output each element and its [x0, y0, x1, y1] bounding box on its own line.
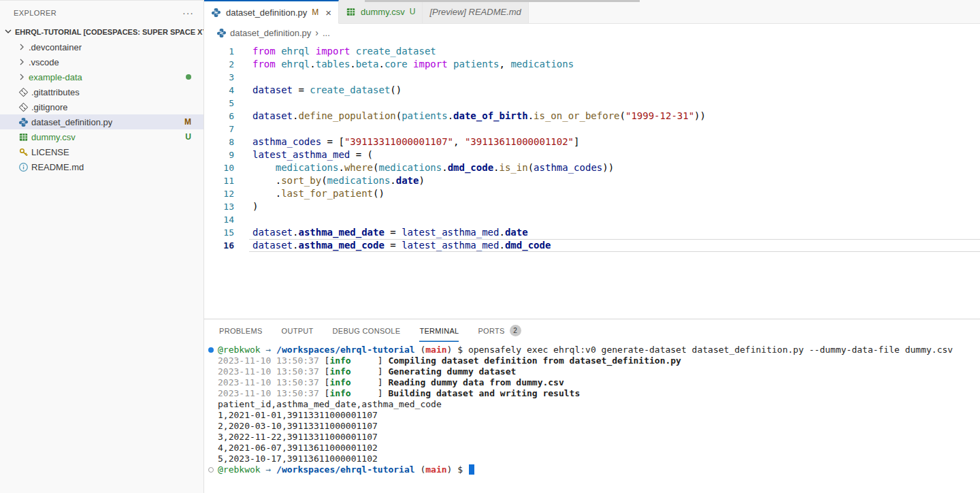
file-label: .vscode: [29, 57, 59, 67]
chevron-right-icon: ›: [315, 27, 318, 38]
editor-tabbar: dataset_definition.pyM×dummy.csvU[Previe…: [204, 0, 980, 24]
tab-label: dataset_definition.py: [226, 7, 307, 18]
tab-dummy-csv[interactable]: dummy.csvU: [339, 0, 423, 24]
sidebar-item-dummy-csv[interactable]: dummy.csvU: [0, 129, 203, 144]
code-line-12: 12 .last_for_patient(): [204, 187, 980, 200]
git-changes-dot-badge: [186, 74, 191, 80]
code-line-1: 1from ehrql import create_dataset: [204, 45, 980, 58]
sidebar-item--vscode[interactable]: .vscode: [0, 54, 203, 69]
line-number: 16: [204, 239, 238, 252]
terminal-line: 2023-11-10 13:50:37 [info ] Generating d…: [204, 366, 980, 377]
code-line-14: 14: [204, 213, 980, 226]
license-icon: [18, 146, 29, 157]
panel-tabbar: PROBLEMSOUTPUTDEBUG CONSOLETERMINALPORTS…: [204, 319, 980, 342]
panel-tab-label: PORTS: [478, 327, 504, 335]
editor-region: dataset_definition.pyM×dummy.csvU[Previe…: [204, 0, 980, 319]
panel-tab-output[interactable]: OUTPUT: [282, 319, 314, 342]
code-text: dataset.asthma_med_code = latest_asthma_…: [238, 239, 551, 252]
more-actions-icon[interactable]: ···: [182, 7, 194, 18]
terminal-line: 5,2023-10-17,39113611000001102: [204, 454, 980, 464]
code-line-2: 2from ehrql.tables.beta.core import pati…: [204, 58, 980, 71]
terminal[interactable]: @rebkwok → /workspaces/ehrql-tutorial (m…: [204, 345, 980, 493]
terminal-line: patient_id,asthma_med_date,asthma_med_co…: [204, 399, 980, 410]
code-text: dataset = create_dataset(): [238, 84, 402, 97]
panel-tab-problems[interactable]: PROBLEMS: [219, 319, 263, 342]
code-line-7: 7: [204, 123, 980, 136]
breadcrumb-more[interactable]: ...: [323, 28, 330, 38]
code-text: from ehrql.tables.beta.core import patie…: [238, 58, 574, 71]
panel-tab-debug-console[interactable]: DEBUG CONSOLE: [333, 319, 401, 342]
code-text: from ehrql import create_dataset: [238, 45, 436, 58]
terminal-gutter: [208, 410, 218, 421]
code-editor[interactable]: 1from ehrql import create_dataset2from e…: [204, 42, 980, 252]
code-text: [238, 97, 252, 110]
workspace-root-row[interactable]: EHRQL-TUTORIAL [CODESPACES: SUPER SPACE …: [0, 25, 203, 39]
code-line-10: 10 medications.where(medications.dmd_cod…: [204, 161, 980, 174]
line-number: 1: [204, 45, 238, 58]
line-number: 12: [204, 187, 238, 200]
python-icon: [211, 7, 222, 18]
sidebar-item-example-data[interactable]: example-data: [0, 69, 203, 84]
panel-tab-terminal[interactable]: TERMINAL: [419, 319, 459, 342]
terminal-line: 2023-11-10 13:50:37 [info ] Building dat…: [204, 388, 980, 399]
sidebar-item--devcontainer[interactable]: .devcontainer: [0, 39, 203, 54]
line-number: 8: [204, 136, 238, 148]
terminal-line: @rebkwok → /workspaces/ehrql-tutorial (m…: [204, 464, 980, 475]
code-line-11: 11 .sort_by(medications.date): [204, 174, 980, 187]
file-label: .devcontainer: [29, 42, 82, 52]
terminal-gutter: [208, 454, 218, 464]
code-text: medications.where(medications.dmd_code.i…: [238, 161, 614, 174]
sidebar-item-dataset-definition-py[interactable]: dataset_definition.pyM: [0, 114, 203, 129]
code-text: [238, 123, 252, 136]
command-success-icon: [208, 345, 218, 355]
breadcrumb[interactable]: dataset_definition.py › ...: [204, 24, 980, 42]
tab--preview-readme-md[interactable]: [Preview] README.md: [423, 0, 528, 24]
command-pending-icon: [208, 464, 218, 475]
terminal-line: 1,2021-01-01,39113311000001107: [204, 410, 980, 421]
vscode-window: EXPLORER ··· EHRQL-TUTORIAL [CODESPACES:…: [0, 0, 980, 493]
git-status-badge: M: [184, 117, 191, 127]
tab-label: [Preview] README.md: [429, 7, 521, 17]
panel-tab-label: DEBUG CONSOLE: [333, 327, 401, 335]
code-line-8: 8asthma_codes = ["39113311000001107", "3…: [204, 136, 980, 148]
code-line-4: 4dataset = create_dataset(): [204, 84, 980, 97]
close-icon[interactable]: ×: [325, 7, 331, 18]
code-line-13: 13): [204, 200, 980, 213]
sidebar-item--gitattributes[interactable]: .gitattributes: [0, 84, 203, 99]
code-text: ): [238, 200, 258, 213]
code-text: .last_for_patient(): [238, 187, 385, 200]
git-status-badge: U: [185, 132, 191, 142]
code-text: dataset.asthma_med_date = latest_asthma_…: [238, 226, 528, 239]
sidebar-item-license[interactable]: LICENSE: [0, 144, 203, 159]
csv-icon: [18, 131, 29, 142]
line-number: 15: [204, 226, 238, 239]
code-line-5: 5: [204, 97, 980, 110]
explorer-title: EXPLORER: [14, 9, 56, 17]
chevron-right-icon: [16, 71, 27, 82]
terminal-line: 2,2020-03-10,39113311000001107: [204, 421, 980, 432]
terminal-line: 2023-11-10 13:50:37 [info ] Compiling da…: [204, 355, 980, 366]
tabbar-scrollbar[interactable]: [365, 0, 640, 2]
breadcrumb-file[interactable]: dataset_definition.py: [230, 28, 311, 38]
git-icon: [18, 101, 29, 112]
terminal-line: 4,2021-06-07,39113611000001102: [204, 443, 980, 454]
panel-tab-ports[interactable]: PORTS2: [478, 319, 521, 342]
sidebar-item--gitignore[interactable]: .gitignore: [0, 99, 203, 114]
code-text: asthma_codes = ["39113311000001107", "39…: [238, 136, 579, 148]
code-text: [238, 213, 252, 226]
chevron-right-icon: [16, 42, 27, 52]
file-tree: .devcontainer.vscodeexample-data.gitattr…: [0, 39, 203, 174]
file-label: .gitignore: [31, 102, 67, 112]
tab-dataset-definition-py[interactable]: dataset_definition.pyM×: [204, 0, 339, 24]
sidebar-item-readme-md[interactable]: README.md: [0, 159, 203, 174]
tab-git-badge: U: [410, 7, 416, 16]
code-line-6: 6dataset.define_population(patients.date…: [204, 110, 980, 123]
terminal-gutter: [208, 377, 218, 388]
bottom-panel: PROBLEMSOUTPUTDEBUG CONSOLETERMINALPORTS…: [204, 319, 980, 493]
panel-tab-label: TERMINAL: [419, 327, 459, 335]
info-icon: [18, 161, 29, 172]
line-number: 11: [204, 174, 238, 187]
code-text: .sort_by(medications.date): [238, 174, 425, 187]
tab-label: dummy.csv: [361, 7, 405, 17]
tabbar-empty-space: [529, 0, 980, 24]
